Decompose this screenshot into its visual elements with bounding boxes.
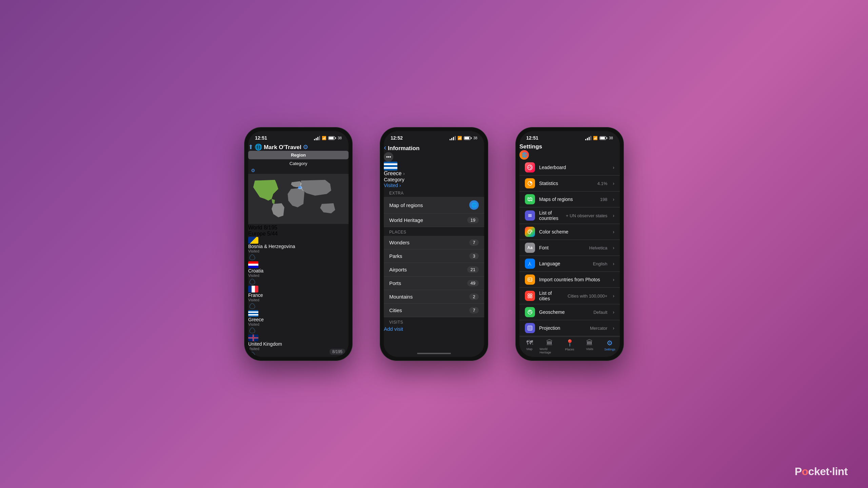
status-bar-2: 12:52 📶 38 (384, 131, 484, 143)
settings-item-list-countries[interactable]: List of countries + UN observer states › (519, 207, 620, 224)
europe-label: Europe (248, 231, 266, 237)
tab-heritage-3[interactable]: 🏛 World Heritage (539, 339, 559, 354)
country-item-fr[interactable]: France Visited (248, 286, 349, 310)
country-item-hr[interactable]: Croatia Visited (248, 261, 349, 286)
list-countries-chevron: › (613, 213, 614, 218)
world-map-svg (248, 173, 349, 225)
color-scheme-icon (525, 227, 535, 237)
country-info-fr: France Visited (248, 292, 349, 302)
category-row[interactable]: Category Visited › (384, 177, 484, 188)
add-visit-button[interactable]: Add visit (384, 326, 484, 332)
settings-item-list-cities[interactable]: List of cities Cities with 100,000+ › (519, 288, 620, 304)
leaderboard-label: Leaderboard (539, 165, 607, 170)
world-heritage-row[interactable]: World Heritage 19 (384, 214, 484, 227)
battery-label-1: 38 (338, 136, 342, 140)
country-map-icon-bih (248, 253, 256, 261)
back-button[interactable]: ‹ (384, 143, 386, 152)
country-info-gr: Greece Visited (248, 317, 349, 326)
leaderboard-icon (525, 162, 535, 172)
signal-icon-3 (585, 136, 591, 140)
airports-row[interactable]: Airports 21 (384, 263, 484, 277)
list-cities-label: List of cities (539, 290, 564, 301)
settings-item-language[interactable]: 人 Language English › (519, 256, 620, 272)
globe-lock-icon[interactable]: 🌐 (519, 150, 529, 160)
segment-category[interactable]: Category (248, 159, 349, 168)
tab-places-3[interactable]: 📍 Places (559, 339, 579, 354)
settings-item-color-scheme[interactable]: Color scheme › (519, 224, 620, 240)
airports-value: 21 (467, 266, 479, 273)
settings-item-geoscheme[interactable]: Geoscheme Default › (519, 304, 620, 320)
category-value-group: Visited › (384, 183, 484, 188)
projection-value: Mercator (590, 326, 607, 331)
filter-icon-2[interactable]: ⚙ (248, 168, 349, 173)
pocketlint-watermark: Pocket·lint (795, 465, 848, 478)
greece-name: Greece (384, 170, 401, 176)
country-info-bih: Bosnia & Herzegovina Visited (248, 244, 349, 253)
segment-region[interactable]: Region (248, 151, 349, 159)
projection-label: Projection (539, 325, 586, 331)
wonders-row[interactable]: Wonders 7 (384, 236, 484, 249)
more-button[interactable]: ••• (384, 152, 393, 162)
settings-item-maps-regions[interactable]: Maps of regions 198 › (519, 191, 620, 207)
world-label-text: World (248, 225, 262, 230)
list-countries-icon (525, 210, 535, 221)
svg-rect-17 (528, 296, 530, 298)
tab-map-3[interactable]: 🗺 Map (519, 339, 539, 354)
settings-item-projection[interactable]: Projection Mercator › (519, 320, 620, 336)
country-name-fr: France (248, 292, 349, 298)
status-icons-1: 📶 38 (314, 136, 342, 140)
greece-row[interactable]: Greece › (384, 162, 484, 177)
places-section-header: PLACES (384, 227, 484, 236)
status-icons-2: 📶 38 (450, 136, 477, 140)
parks-label: Parks (389, 253, 402, 259)
parks-row[interactable]: Parks 3 (384, 249, 484, 263)
status-bar-1: 12:51 📶 38 (248, 131, 349, 143)
country-map-icon-hr (248, 278, 256, 286)
country-sub-bih: Visited (248, 249, 349, 253)
category-chevron: › (399, 183, 401, 188)
mountains-value: 2 (469, 293, 479, 300)
airports-badge: 21 (467, 266, 479, 273)
settings-item-import-photos[interactable]: Import countries from Photos › (519, 272, 620, 288)
settings-item-font[interactable]: Aa Font Helvetica › (519, 240, 620, 256)
tab-heritage-label-3: World Heritage (539, 347, 559, 354)
battery-label-3: 38 (609, 136, 613, 140)
mountains-row[interactable]: Mountains 2 (384, 290, 484, 304)
filter-icon[interactable]: ⚙ (303, 144, 308, 150)
font-label: Font (539, 245, 585, 250)
font-chevron: › (613, 245, 614, 250)
signal-icon-2 (450, 136, 456, 140)
cities-row[interactable]: Cities 7 (384, 304, 484, 317)
share-icon[interactable]: ⬆ (248, 144, 253, 150)
color-scheme-label: Color scheme (539, 229, 607, 235)
parks-value: 3 (469, 253, 479, 259)
ports-row[interactable]: Ports 49 (384, 277, 484, 290)
country-name-uk: United Kingdom (248, 341, 349, 347)
language-label: Language (539, 261, 589, 266)
parks-badge: 3 (469, 253, 479, 259)
country-item-gr[interactable]: Greece Visited (248, 310, 349, 334)
wonders-value: 7 (469, 239, 479, 246)
info-header: ‹ Information ••• (384, 143, 484, 162)
country-item-bih[interactable]: Bosnia & Herzegovina Visited (248, 237, 349, 261)
tab-visits-3[interactable]: 🏛 Visits (580, 339, 600, 354)
info-title: Information (388, 145, 420, 151)
list-cities-icon (525, 291, 535, 301)
flag-fr (248, 286, 258, 292)
font-icon: Aa (525, 243, 535, 253)
category-label: Category (384, 177, 405, 182)
settings-item-statistics[interactable]: Statistics 4.1% › (519, 176, 620, 191)
font-value: Helvetica (589, 245, 607, 250)
globe-icon[interactable]: 🌐 (255, 144, 262, 150)
tab-settings-3[interactable]: ⚙ Settings (600, 339, 620, 354)
projection-chevron: › (613, 325, 614, 331)
greece-chevron: › (403, 171, 405, 176)
country-name-gr: Greece (248, 317, 349, 322)
language-value: English (593, 261, 608, 266)
map-regions-row[interactable]: Map of regions 🌐 (384, 197, 484, 214)
settings-item-leaderboard[interactable]: Leaderboard › (519, 160, 620, 176)
flag-uk (248, 334, 258, 341)
svg-point-2 (529, 167, 530, 168)
globe-map-icon: 🌐 (469, 200, 479, 210)
world-heritage-value: 19 (467, 217, 479, 223)
